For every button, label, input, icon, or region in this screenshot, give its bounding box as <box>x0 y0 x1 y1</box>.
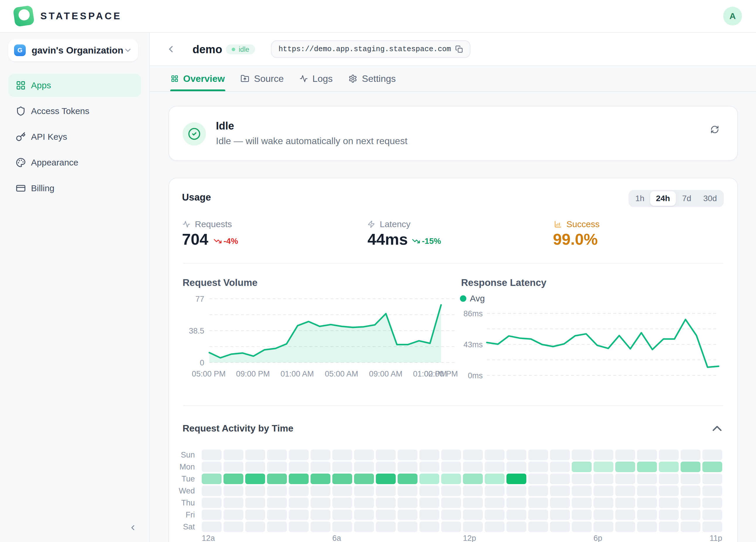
svg-text:Tue: Tue <box>181 474 195 483</box>
svg-text:12a: 12a <box>202 534 215 542</box>
svg-text:Wed: Wed <box>179 486 195 495</box>
svg-text:6a: 6a <box>332 534 341 542</box>
svg-text:Sun: Sun <box>181 450 195 459</box>
svg-text:Thu: Thu <box>181 498 195 507</box>
svg-text:Sat: Sat <box>183 522 195 531</box>
svg-text:6p: 6p <box>594 534 602 542</box>
svg-text:Request Activity by Time: Request Activity by Time <box>183 423 293 433</box>
svg-text:Mon: Mon <box>179 462 195 471</box>
svg-text:12p: 12p <box>463 534 476 542</box>
svg-text:Fri: Fri <box>186 510 195 519</box>
svg-text:11p: 11p <box>710 534 722 542</box>
